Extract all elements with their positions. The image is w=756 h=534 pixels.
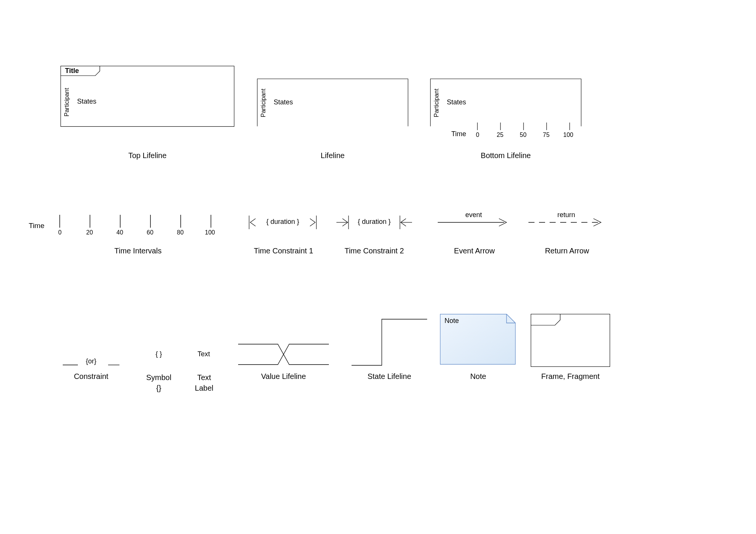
time-constraint-2-caption: Time Constraint 2 bbox=[333, 247, 416, 255]
time-constraint-1-caption: Time Constraint 1 bbox=[242, 247, 325, 255]
time-intervals-tick-5: 100 bbox=[205, 229, 215, 236]
top-lifeline: Title Participant States bbox=[60, 66, 234, 130]
top-lifeline-states: States bbox=[77, 98, 96, 106]
value-lifeline bbox=[238, 343, 329, 366]
bottom-lifeline-tick-2: 50 bbox=[520, 132, 527, 138]
state-lifeline bbox=[352, 318, 427, 366]
constraint-text: {or} bbox=[63, 357, 119, 365]
bottom-lifeline-tick-4: 100 bbox=[563, 132, 573, 138]
bottom-lifeline-caption: Bottom Lifeline bbox=[430, 151, 581, 160]
bottom-lifeline-tick-3: 75 bbox=[543, 132, 550, 138]
symbol-text: { } bbox=[155, 350, 162, 358]
bottom-lifeline-participant: Participant bbox=[433, 81, 440, 125]
lifeline-states: States bbox=[274, 98, 293, 106]
event-arrow-text: event bbox=[438, 211, 510, 219]
note-caption: Note bbox=[438, 372, 518, 381]
time-intervals-tick-0: 0 bbox=[58, 229, 62, 236]
return-arrow-text: return bbox=[528, 211, 604, 219]
frame-caption: Frame, Fragment bbox=[527, 372, 614, 381]
time-constraint-2-text: { duration } bbox=[336, 218, 412, 226]
time-constraint-2: { duration } bbox=[336, 216, 412, 229]
symbol-caption: Symbol {} bbox=[136, 372, 181, 393]
time-intervals-tick-2: 40 bbox=[116, 229, 123, 236]
constraint-caption: Constraint bbox=[55, 372, 127, 381]
bottom-lifeline-tick-1: 25 bbox=[497, 132, 503, 138]
note-text: Note bbox=[445, 317, 459, 325]
return-arrow-caption: Return Arrow bbox=[525, 247, 609, 255]
frame-fragment bbox=[531, 314, 610, 367]
lifeline-participant: Participant bbox=[260, 81, 267, 125]
symbol-braces: { } bbox=[144, 350, 174, 358]
svg-rect-22 bbox=[531, 314, 610, 367]
time-constraint-1-text: { duration } bbox=[249, 218, 317, 226]
bottom-lifeline-time-label: Time bbox=[451, 130, 466, 138]
time-intervals: Time 0 20 40 60 80 100 bbox=[29, 215, 225, 241]
lifeline: Participant States bbox=[257, 79, 408, 128]
text-label: Text bbox=[191, 350, 217, 358]
note-shape: Note bbox=[440, 314, 516, 365]
svg-rect-0 bbox=[61, 66, 234, 127]
time-intervals-tick-3: 60 bbox=[147, 229, 153, 236]
time-intervals-tick-4: 80 bbox=[177, 229, 184, 236]
bottom-lifeline-tick-0: 0 bbox=[476, 132, 479, 138]
value-lifeline-caption: Value Lifeline bbox=[234, 372, 333, 381]
bottom-lifeline-states: States bbox=[447, 98, 466, 106]
return-arrow: return bbox=[528, 212, 604, 227]
time-intervals-label: Time bbox=[29, 222, 45, 230]
state-lifeline-caption: State Lifeline bbox=[344, 372, 435, 381]
time-constraint-1: { duration } bbox=[249, 216, 317, 229]
text-label-caption: Text Label bbox=[185, 372, 223, 393]
top-lifeline-caption: Top Lifeline bbox=[60, 151, 234, 160]
event-arrow-caption: Event Arrow bbox=[435, 247, 514, 255]
bottom-lifeline: Participant States Time 0 25 50 75 100 bbox=[430, 79, 581, 135]
event-arrow: event bbox=[438, 212, 510, 227]
lifeline-caption: Lifeline bbox=[257, 151, 408, 160]
top-lifeline-title: Title bbox=[65, 67, 79, 75]
time-intervals-tick-1: 20 bbox=[86, 229, 93, 236]
constraint: {or} bbox=[63, 357, 119, 366]
time-intervals-caption: Time Intervals bbox=[57, 247, 219, 255]
top-lifeline-participant: Participant bbox=[64, 79, 70, 125]
text-label-text: Text bbox=[197, 350, 210, 358]
